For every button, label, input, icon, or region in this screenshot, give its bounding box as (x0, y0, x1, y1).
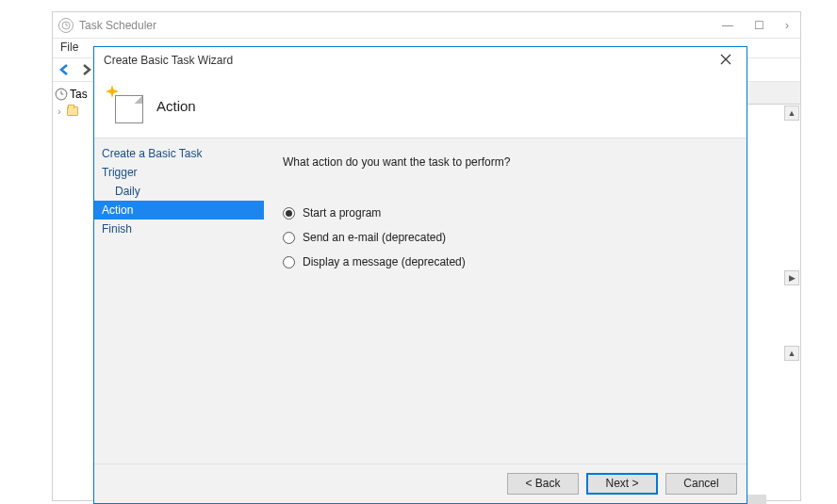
window-title: Task Scheduler (79, 19, 722, 32)
titlebar: Task Scheduler — ☐ › (53, 12, 800, 39)
option-send-email[interactable]: Send an e-mail (deprecated) (283, 225, 728, 250)
wizard-icon (107, 88, 143, 123)
scroll-up-button[interactable]: ▲ (784, 346, 799, 361)
option-label: Display a message (deprecated) (303, 255, 466, 268)
clock-icon (58, 18, 74, 33)
wizard-content: What action do you want the task to perf… (264, 138, 747, 463)
scroll-up-button[interactable]: ▲ (784, 106, 799, 121)
nav-step-action[interactable]: Action (94, 201, 264, 219)
wizard-titlebar: Create Basic Task Wizard (94, 47, 747, 73)
minimize-button[interactable]: — (722, 19, 733, 32)
next-button[interactable]: Next > (586, 473, 658, 495)
menu-file[interactable]: File (60, 41, 78, 54)
nav-step-finish[interactable]: Finish (94, 219, 264, 238)
chevron-right-icon[interactable]: › (55, 106, 64, 117)
option-label: Send an e-mail (deprecated) (303, 231, 446, 244)
wizard-body: Create a Basic Task Trigger Daily Action… (94, 138, 747, 463)
nav-step-daily[interactable]: Daily (94, 182, 264, 201)
radio-icon[interactable] (283, 232, 295, 244)
option-label: Start a program (303, 206, 381, 219)
tree-root-label: Tas (70, 88, 88, 101)
close-button[interactable] (714, 53, 737, 68)
wizard-nav: Create a Basic Task Trigger Daily Action… (94, 138, 264, 463)
tree-child[interactable]: › (55, 103, 97, 120)
wizard-header: Action (94, 73, 747, 138)
scroll-right-button[interactable]: ▶ (784, 270, 799, 285)
option-start-program[interactable]: Start a program (283, 201, 728, 225)
nav-back-button[interactable] (57, 61, 74, 78)
radio-icon[interactable] (283, 207, 295, 219)
sparkle-icon (106, 85, 119, 98)
nav-forward-button[interactable] (77, 61, 94, 78)
folder-icon (66, 105, 79, 118)
option-display-message[interactable]: Display a message (deprecated) (283, 250, 728, 274)
window-controls: — ☐ › (722, 19, 795, 32)
wizard-heading: Action (156, 98, 196, 114)
back-button[interactable]: < Back (507, 473, 579, 495)
radio-icon[interactable] (283, 256, 295, 268)
clock-icon (55, 88, 68, 101)
wizard-footer: < Back Next > Cancel (94, 463, 747, 503)
nav-step-create-basic-task[interactable]: Create a Basic Task (94, 144, 264, 163)
tree-root[interactable]: Tas (55, 86, 97, 103)
close-button[interactable]: › (785, 19, 789, 32)
nav-step-trigger[interactable]: Trigger (94, 163, 264, 182)
create-basic-task-wizard: Create Basic Task Wizard Action Create a… (93, 46, 747, 504)
wizard-question: What action do you want the task to perf… (283, 155, 728, 169)
maximize-button[interactable]: ☐ (754, 19, 764, 32)
cancel-button[interactable]: Cancel (665, 473, 737, 495)
wizard-title: Create Basic Task Wizard (104, 54, 233, 67)
